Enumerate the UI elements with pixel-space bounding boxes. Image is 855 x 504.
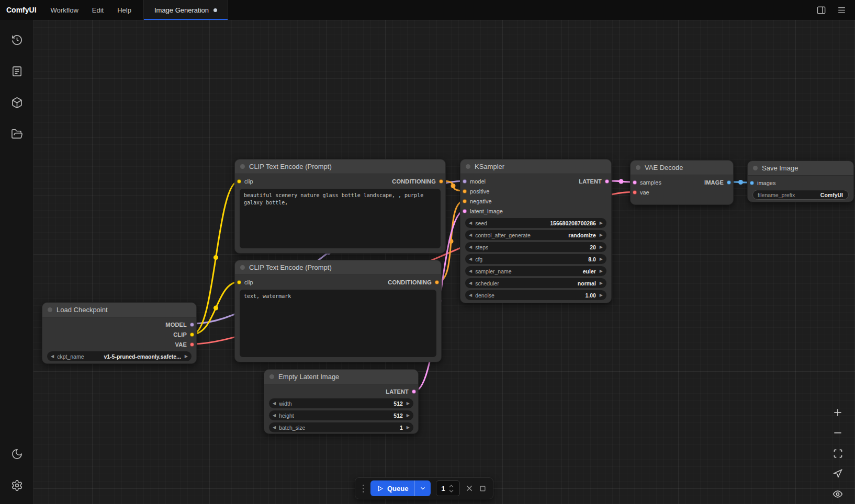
- decrement-arrow-icon[interactable]: ◀: [273, 414, 276, 418]
- select-mode-button[interactable]: [831, 467, 845, 480]
- sidebar-workflows-button[interactable]: [5, 122, 28, 145]
- input-dot-images[interactable]: [750, 181, 754, 185]
- menu-workflow[interactable]: Workflow: [44, 0, 85, 20]
- node-ksampler[interactable]: KSampler model LATENT positive negative: [460, 159, 612, 303]
- widget-batch-size[interactable]: ◀ batch_size 1 ▶: [269, 422, 413, 432]
- prompt-textarea[interactable]: text, watermark: [240, 290, 436, 357]
- collapse-dot[interactable]: [466, 164, 470, 169]
- increment-arrow-icon[interactable]: ▶: [600, 233, 603, 237]
- fit-view-button[interactable]: [831, 446, 845, 460]
- output-slot-latent[interactable]: LATENT: [579, 178, 609, 185]
- output-slot-clip[interactable]: CLIP: [173, 331, 194, 338]
- increment-arrow-icon[interactable]: ▶: [407, 426, 410, 430]
- decrement-arrow-icon[interactable]: ◀: [469, 233, 472, 237]
- interrupt-button[interactable]: [465, 484, 474, 492]
- input-dot-latent-image[interactable]: [463, 209, 467, 213]
- main-menu-button[interactable]: [837, 5, 847, 15]
- input-slot-samples[interactable]: samples: [633, 179, 661, 186]
- output-dot-model[interactable]: [190, 323, 194, 327]
- collapse-dot[interactable]: [753, 166, 758, 170]
- input-dot-model[interactable]: [463, 179, 467, 184]
- zoom-out-button[interactable]: [831, 426, 845, 440]
- zoom-in-button[interactable]: [831, 406, 845, 419]
- node-header[interactable]: Empty Latent Image: [264, 370, 418, 384]
- input-dot-positive[interactable]: [463, 189, 467, 193]
- node-clip-text-encode-negative[interactable]: CLIP Text Encode (Prompt) clip CONDITION…: [234, 260, 442, 362]
- output-slot-model[interactable]: MODEL: [165, 322, 194, 328]
- node-empty-latent-image[interactable]: Empty Latent Image LATENT ◀ width 512 ▶ …: [264, 369, 419, 434]
- output-dot-clip[interactable]: [190, 333, 194, 337]
- widget-sampler-name[interactable]: ◀ sampler_name euler ▶: [465, 266, 606, 276]
- node-clip-text-encode-positive[interactable]: CLIP Text Encode (Prompt) clip CONDITION…: [234, 159, 446, 254]
- input-slot-positive[interactable]: positive: [463, 188, 489, 194]
- decrement-arrow-icon[interactable]: ◀: [469, 269, 472, 273]
- increment-arrow-icon[interactable]: ▶: [600, 281, 603, 285]
- widget-denoise[interactable]: ◀ denoise 1.00 ▶: [465, 290, 606, 300]
- input-dot-samples[interactable]: [633, 180, 637, 185]
- queue-button[interactable]: Queue: [370, 480, 431, 496]
- output-slot-latent[interactable]: LATENT: [386, 388, 416, 395]
- sidebar-queue-history-button[interactable]: [5, 28, 28, 51]
- increment-arrow-icon[interactable]: ▶: [185, 354, 188, 359]
- sidebar-model-library-button[interactable]: [5, 91, 28, 114]
- stepper-down-icon[interactable]: [448, 489, 454, 493]
- node-header[interactable]: KSampler: [460, 159, 611, 174]
- decrement-arrow-icon[interactable]: ◀: [273, 402, 276, 406]
- node-canvas[interactable]: [33, 20, 855, 504]
- increment-arrow-icon[interactable]: ▶: [600, 245, 603, 249]
- decrement-arrow-icon[interactable]: ◀: [273, 426, 276, 430]
- increment-arrow-icon[interactable]: ▶: [600, 269, 603, 273]
- input-dot-vae[interactable]: [633, 190, 637, 194]
- node-header[interactable]: CLIP Text Encode (Prompt): [235, 260, 441, 275]
- input-slot-model[interactable]: model: [463, 178, 486, 185]
- tab-image-generation[interactable]: Image Generation: [143, 0, 228, 20]
- input-dot-negative[interactable]: [463, 199, 467, 203]
- output-dot-image[interactable]: [727, 180, 731, 185]
- decrement-arrow-icon[interactable]: ◀: [469, 257, 472, 261]
- output-dot-conditioning[interactable]: [435, 280, 439, 284]
- decrement-arrow-icon[interactable]: ◀: [469, 281, 472, 285]
- increment-arrow-icon[interactable]: ▶: [600, 293, 603, 297]
- settings-button[interactable]: [5, 474, 28, 497]
- widget-ckpt-name[interactable]: ◀ ckpt_name v1-5-pruned-emaonly.safete..…: [47, 351, 192, 361]
- input-slot-negative[interactable]: negative: [463, 198, 492, 204]
- decrement-arrow-icon[interactable]: ◀: [469, 245, 472, 249]
- widget-height[interactable]: ◀ height 512 ▶: [269, 410, 413, 420]
- input-slot-latent-image[interactable]: latent_image: [463, 208, 503, 214]
- collapse-dot[interactable]: [269, 374, 274, 379]
- theme-toggle-button[interactable]: [5, 442, 28, 465]
- output-slot-conditioning[interactable]: CONDITIONING: [388, 279, 439, 285]
- decrement-arrow-icon[interactable]: ◀: [469, 221, 472, 225]
- widget-filename-prefix[interactable]: filename_prefix ComfyUI: [752, 190, 849, 200]
- toggle-panel-button[interactable]: [816, 5, 826, 15]
- node-vae-decode[interactable]: VAE Decode samples IMAGE vae: [630, 160, 734, 205]
- node-header[interactable]: VAE Decode: [631, 161, 733, 175]
- collapse-dot[interactable]: [636, 165, 640, 170]
- widget-width[interactable]: ◀ width 512 ▶: [269, 398, 413, 408]
- widget-cfg[interactable]: ◀ cfg 8.0 ▶: [465, 254, 606, 264]
- output-dot-latent[interactable]: [605, 179, 609, 184]
- output-slot-image[interactable]: IMAGE: [704, 179, 731, 186]
- node-save-image[interactable]: Save Image images filename_prefix ComfyU…: [747, 161, 854, 202]
- decrement-arrow-icon[interactable]: ◀: [469, 293, 472, 297]
- collapse-dot[interactable]: [240, 164, 245, 169]
- widget-steps[interactable]: ◀ steps 20 ▶: [465, 242, 606, 252]
- increment-arrow-icon[interactable]: ▶: [600, 221, 603, 225]
- batch-count-input[interactable]: 1: [436, 480, 460, 496]
- output-slot-vae[interactable]: VAE: [175, 341, 194, 348]
- stop-button[interactable]: [479, 485, 487, 492]
- output-dot-latent[interactable]: [412, 390, 416, 394]
- input-slot-clip[interactable]: clip: [237, 279, 253, 285]
- input-slot-clip[interactable]: clip: [237, 178, 253, 185]
- drag-handle[interactable]: [362, 484, 365, 494]
- sidebar-node-library-button[interactable]: [5, 60, 28, 83]
- input-dot-clip[interactable]: [237, 280, 241, 284]
- node-header[interactable]: Save Image: [748, 161, 853, 176]
- widget-control-after-generate[interactable]: ◀ control_after_generate randomize ▶: [465, 230, 606, 240]
- increment-arrow-icon[interactable]: ▶: [600, 257, 603, 261]
- collapse-dot[interactable]: [48, 307, 52, 312]
- toggle-link-visibility-button[interactable]: [831, 487, 845, 501]
- input-slot-vae[interactable]: vae: [633, 189, 649, 196]
- decrement-arrow-icon[interactable]: ◀: [51, 354, 54, 359]
- menu-help[interactable]: Help: [110, 0, 138, 20]
